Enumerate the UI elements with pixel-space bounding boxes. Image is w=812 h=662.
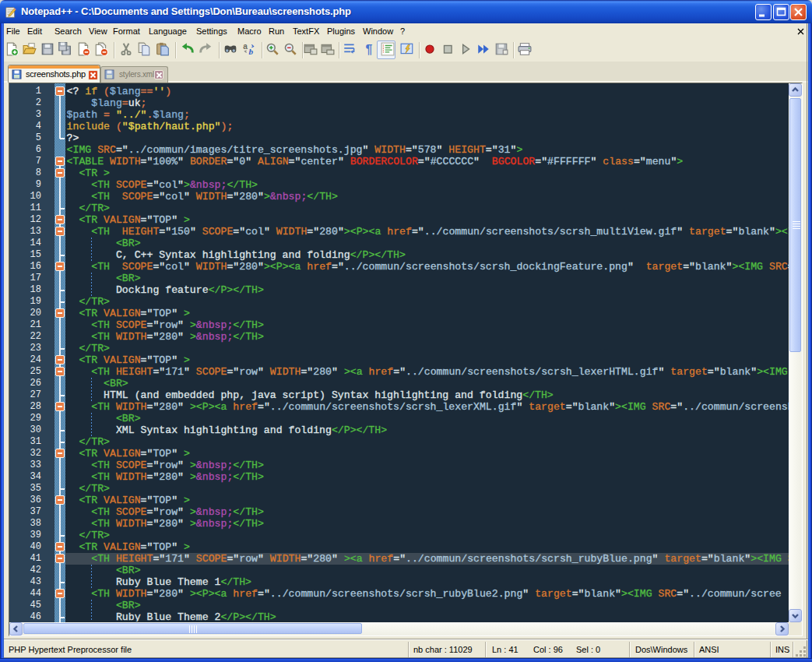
svg-text:¶: ¶ [365,43,372,56]
svg-text:b: b [248,47,253,56]
svg-text:a: a [243,42,248,51]
